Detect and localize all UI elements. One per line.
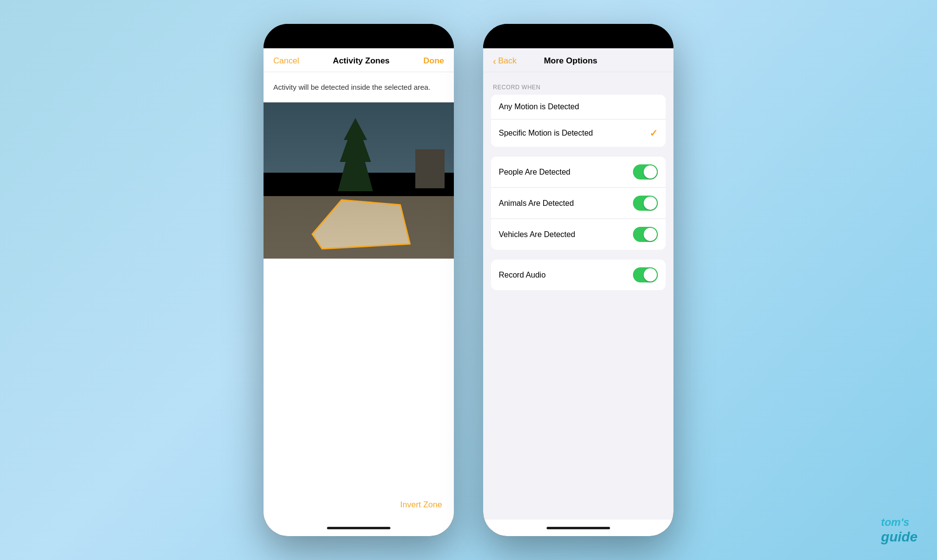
vehicles-detected-label: Vehicles Are Detected: [499, 230, 575, 239]
animals-detected-row: Animals Are Detected: [491, 188, 666, 219]
back-chevron-icon: ‹: [493, 56, 496, 66]
activity-zones-navbar: Cancel Activity Zones Done: [264, 48, 454, 72]
right-home-indicator: [483, 520, 673, 536]
any-motion-option[interactable]: Any Motion is Detected: [491, 95, 666, 120]
animals-detected-toggle[interactable]: [633, 196, 658, 211]
record-when-section-label: RECORD WHEN: [491, 84, 666, 91]
bottom-actions: Invert Zone: [264, 259, 454, 520]
left-phone: Cancel Activity Zones Done Activity will…: [264, 24, 454, 536]
people-detected-toggle[interactable]: [633, 164, 658, 180]
right-home-bar: [547, 527, 610, 529]
record-audio-toggle[interactable]: [633, 267, 658, 282]
animals-detected-label: Animals Are Detected: [499, 199, 574, 208]
record-audio-label: Record Audio: [499, 271, 546, 280]
left-home-bar: [327, 527, 390, 529]
specific-motion-label: Specific Motion is Detected: [499, 129, 593, 138]
specific-motion-option[interactable]: Specific Motion is Detected ✓: [491, 120, 666, 147]
watermark-line2: guide: [881, 529, 917, 545]
people-detected-row: People Are Detected: [491, 157, 666, 188]
vehicles-detected-row: Vehicles Are Detected: [491, 219, 666, 250]
left-status-bar: [264, 24, 454, 48]
left-screen: Cancel Activity Zones Done Activity will…: [264, 48, 454, 520]
back-label: Back: [498, 56, 517, 66]
camera-view[interactable]: [264, 102, 454, 259]
motion-type-group: Any Motion is Detected Specific Motion i…: [491, 95, 666, 147]
right-phone: ‹ Back More Options RECORD WHEN Any Moti…: [483, 24, 673, 536]
detection-toggles-group: People Are Detected Animals Are Detected…: [491, 157, 666, 250]
vehicles-detected-toggle[interactable]: [633, 227, 658, 242]
watermark: tom's guide: [881, 516, 917, 545]
cancel-button[interactable]: Cancel: [273, 56, 299, 66]
activity-zones-title: Activity Zones: [333, 56, 389, 66]
specific-motion-check-icon: ✓: [650, 127, 658, 139]
activity-description: Activity will be detected inside the sel…: [264, 72, 454, 102]
watermark-line1: tom's: [881, 516, 917, 529]
record-audio-row: Record Audio: [491, 260, 666, 290]
any-motion-label: Any Motion is Detected: [499, 102, 579, 111]
options-content: RECORD WHEN Any Motion is Detected Speci…: [483, 72, 673, 520]
zone-overlay[interactable]: [264, 102, 454, 259]
phones-container: Cancel Activity Zones Done Activity will…: [264, 24, 673, 536]
svg-rect-2: [264, 102, 454, 259]
right-status-bar: [483, 24, 673, 48]
left-home-indicator: [264, 520, 454, 536]
activity-description-text: Activity will be detected inside the sel…: [273, 83, 430, 91]
right-screen: ‹ Back More Options RECORD WHEN Any Moti…: [483, 48, 673, 520]
more-options-title: More Options: [518, 56, 623, 66]
audio-group: Record Audio: [491, 260, 666, 290]
invert-zone-button[interactable]: Invert Zone: [400, 500, 442, 510]
done-button[interactable]: Done: [424, 56, 445, 66]
people-detected-label: People Are Detected: [499, 168, 570, 177]
back-button[interactable]: ‹ Back: [493, 56, 516, 66]
more-options-navbar: ‹ Back More Options: [483, 48, 673, 72]
